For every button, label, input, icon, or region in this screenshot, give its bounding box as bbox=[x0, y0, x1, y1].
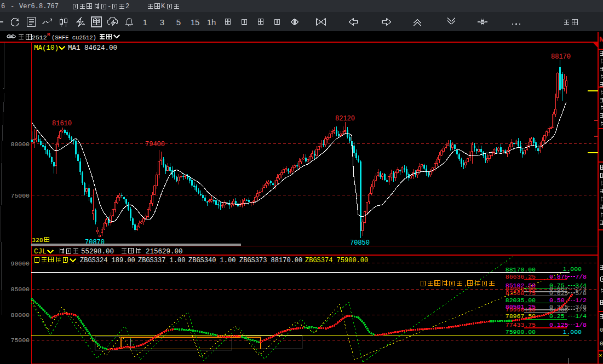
svg-text:2: 2 bbox=[125, 3, 129, 10]
svg-text:215629.00: 215629.00 bbox=[146, 248, 183, 256]
svg-text:×: × bbox=[599, 352, 602, 359]
svg-text:328: 328 bbox=[32, 236, 43, 244]
svg-text:MA(10): MA(10) bbox=[34, 44, 59, 52]
svg-text:-: - bbox=[10, 3, 14, 10]
svg-text:6: 6 bbox=[1, 3, 5, 10]
svg-text:1/3: 1/3 bbox=[575, 306, 587, 313]
svg-text:75900.00: 75900.00 bbox=[506, 328, 536, 336]
svg-text:0: 0 bbox=[600, 340, 603, 347]
svg-text:75000: 75000 bbox=[10, 337, 30, 344]
svg-text:0.125: 0.125 bbox=[549, 321, 568, 328]
svg-text:MA1 84624.00: MA1 84624.00 bbox=[68, 44, 117, 52]
svg-text:M: M bbox=[47, 32, 50, 38]
svg-text:1: 1 bbox=[143, 18, 147, 27]
svg-text:M: M bbox=[599, 35, 603, 43]
svg-text:75000: 75000 bbox=[10, 192, 30, 199]
svg-text:80000: 80000 bbox=[10, 141, 30, 148]
svg-text:0.25: 0.25 bbox=[549, 313, 565, 320]
svg-text:0.875: 0.875 bbox=[549, 273, 568, 280]
svg-text:(SHFE cu2512): (SHFE cu2512) bbox=[51, 34, 96, 41]
svg-text:77433.75: 77433.75 bbox=[506, 321, 536, 328]
svg-text:70850: 70850 bbox=[350, 239, 370, 247]
svg-text:-: - bbox=[107, 3, 111, 10]
svg-text:1/2: 1/2 bbox=[575, 297, 587, 304]
svg-text:1.000: 1.000 bbox=[562, 265, 582, 273]
svg-text:79990.10: 79990.10 bbox=[506, 306, 536, 313]
svg-text:86636.25: 86636.25 bbox=[506, 273, 536, 280]
svg-text:5: 5 bbox=[176, 18, 181, 27]
svg-text:15: 15 bbox=[191, 18, 200, 27]
svg-text:,: , bbox=[464, 279, 467, 287]
svg-text:1.000: 1.000 bbox=[562, 328, 582, 336]
svg-text:0.625: 0.625 bbox=[549, 290, 568, 297]
svg-text:CJL: CJL bbox=[34, 248, 47, 256]
svg-text:82035.00: 82035.00 bbox=[506, 297, 536, 304]
svg-text:5/8: 5/8 bbox=[575, 290, 587, 297]
svg-text:1/8: 1/8 bbox=[575, 321, 587, 328]
svg-text:90000: 90000 bbox=[10, 260, 30, 267]
svg-text:85000: 85000 bbox=[10, 286, 30, 293]
svg-text:Ver6.8.767: Ver6.8.767 bbox=[19, 3, 59, 10]
svg-text:3: 3 bbox=[160, 18, 164, 27]
svg-text:83568.75: 83568.75 bbox=[506, 290, 536, 297]
svg-text:79400: 79400 bbox=[145, 141, 165, 148]
svg-text:80000: 80000 bbox=[10, 311, 30, 319]
svg-text:1h: 1h bbox=[207, 18, 216, 27]
svg-text:81610: 81610 bbox=[52, 120, 72, 128]
svg-text:2512: 2512 bbox=[32, 34, 47, 41]
svg-text:82120: 82120 bbox=[335, 115, 355, 123]
svg-text:0.50: 0.50 bbox=[549, 297, 565, 304]
svg-text:55298.00: 55298.00 bbox=[81, 248, 114, 256]
svg-text:78967.50: 78967.50 bbox=[506, 313, 536, 320]
svg-text:0: 0 bbox=[600, 327, 603, 333]
svg-text:1/4: 1/4 bbox=[575, 313, 587, 320]
svg-text:88170: 88170 bbox=[551, 53, 571, 61]
svg-text:7/8: 7/8 bbox=[575, 273, 587, 280]
svg-text:88170.00: 88170.00 bbox=[506, 266, 536, 273]
svg-text:K: K bbox=[161, 3, 165, 10]
